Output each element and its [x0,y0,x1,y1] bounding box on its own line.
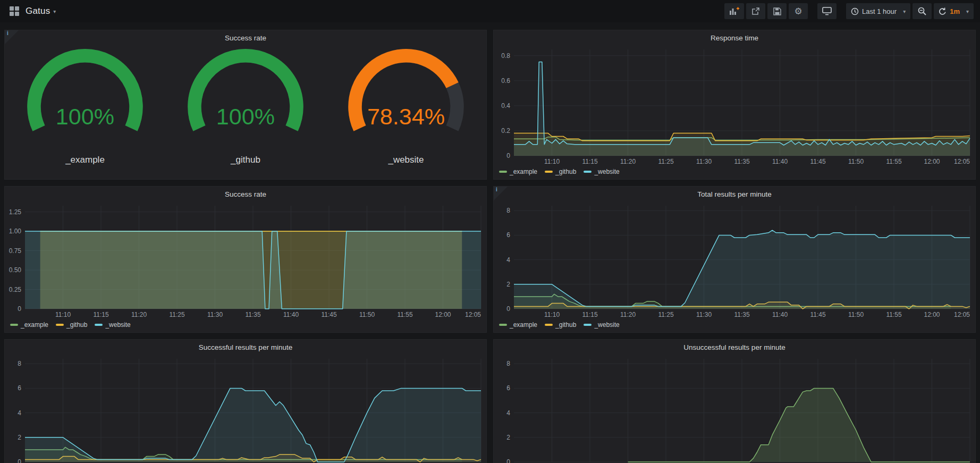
panel-title[interactable]: Successful results per minute [5,340,486,355]
svg-text:0.75: 0.75 [9,247,22,255]
svg-text:11:20: 11:20 [620,311,636,318]
gauge-website: 78.34%_website [326,47,486,165]
add-panel-icon [729,7,739,15]
panel-title[interactable]: Total results per minute [494,187,975,201]
settings-button[interactable]: ⚙ [789,3,808,19]
svg-text:11:40: 11:40 [772,158,788,165]
successful-results-chart[interactable]: 11:1011:1511:2011:2511:3011:3511:4011:45… [5,355,486,463]
refresh-icon [939,7,947,15]
legend-series-marker [10,324,18,326]
svg-text:11:10: 11:10 [55,311,71,318]
panel-response-time: Response time 11:1011:1511:2011:2511:301… [493,30,976,180]
svg-text:12:00: 12:00 [435,311,451,318]
chevron-down-icon: ▾ [903,9,906,14]
svg-text:0.4: 0.4 [501,102,510,110]
panel-title[interactable]: Unsuccessful results per minute [494,340,975,355]
legend-item-github[interactable]: _github [56,321,87,329]
svg-text:0: 0 [18,305,21,313]
legend-item-example[interactable]: _example [499,168,537,175]
svg-text:11:35: 11:35 [734,311,749,318]
legend-series-marker [545,171,553,173]
zoom-out-icon [918,7,926,15]
svg-text:12:00: 12:00 [924,311,940,318]
monitor-icon [822,7,832,15]
response-time-chart[interactable]: 11:1011:1511:2011:2511:3011:3511:4011:45… [494,45,975,166]
panel-title[interactable]: Success rate [5,30,486,45]
legend-item-example[interactable]: _example [499,321,537,329]
refresh-interval-label: 1m [950,7,960,15]
legend-item-website[interactable]: _website [584,321,619,329]
gauge-arc: 100% [5,47,165,151]
svg-text:8: 8 [18,360,21,367]
svg-text:12:05: 12:05 [465,311,481,318]
legend-series-marker [56,324,64,326]
add-panel-button[interactable] [724,3,744,19]
svg-text:0: 0 [506,305,510,313]
legend-item-github[interactable]: _github [545,168,576,175]
svg-text:11:50: 11:50 [848,311,864,318]
panel-title[interactable]: Success rate [5,187,486,201]
legend-series-label: _github [66,321,87,329]
panel-success-rate-series: Success rate 11:1011:1511:2011:2511:3011… [4,186,487,333]
info-corner-icon[interactable]: i [5,30,19,44]
svg-text:12:00: 12:00 [924,158,940,165]
share-button[interactable] [746,3,765,19]
dashboard-grid: i Success rate 100%_example100%_github78… [0,22,980,463]
svg-text:11:40: 11:40 [283,311,299,318]
legend-series-label: _website [594,168,619,175]
legend-series-label: _github [555,321,576,329]
gauge-label: _github [231,155,260,165]
refresh-button[interactable]: 1m ▾ [934,3,974,19]
legend-item-website[interactable]: _website [584,168,619,175]
svg-text:8: 8 [506,207,510,214]
legend-series-label: _website [594,321,619,329]
gauge-value: 78.34% [367,104,445,129]
legend-item-github[interactable]: _github [545,321,576,329]
svg-text:0.8: 0.8 [501,52,510,60]
time-range-picker[interactable]: Last 1 hour ▾ [846,3,910,19]
info-corner-icon[interactable]: i [494,187,508,200]
dashboard-title[interactable]: Gatus [26,6,50,16]
svg-text:1.00: 1.00 [9,228,22,235]
legend-series-marker [499,324,507,326]
svg-text:4: 4 [506,409,510,417]
legend-item-example[interactable]: _example [10,321,48,329]
legend-item-website[interactable]: _website [95,321,130,329]
dashboard-grid-icon[interactable] [10,6,19,16]
svg-text:0: 0 [506,458,510,463]
svg-text:11:35: 11:35 [245,311,260,318]
zoom-out-button[interactable] [913,3,932,19]
legend-series-marker [499,171,507,173]
panel-title[interactable]: Response time [494,30,975,45]
panel-unsuccessful-results: Unsuccessful results per minute 11:1011:… [493,339,976,463]
share-icon [751,7,760,15]
svg-text:11:25: 11:25 [658,311,673,318]
svg-text:11:15: 11:15 [93,311,108,318]
legend-series-marker [95,324,103,326]
svg-text:6: 6 [506,384,510,392]
save-button[interactable] [767,3,787,19]
svg-text:0.6: 0.6 [501,77,510,85]
svg-text:4: 4 [18,409,21,417]
svg-text:11:35: 11:35 [734,158,749,165]
svg-text:11:55: 11:55 [886,158,901,165]
total-results-chart[interactable]: 11:1011:1511:2011:2511:3011:3511:4011:45… [494,201,975,319]
gauge-arc: 78.34% [326,47,486,151]
svg-text:11:40: 11:40 [772,311,788,318]
panel-total-results: i Total results per minute 11:1011:1511:… [493,186,976,333]
time-range-label: Last 1 hour [862,7,897,15]
svg-text:0.2: 0.2 [501,127,510,134]
chevron-down-icon[interactable]: ▾ [53,9,56,14]
navbar: Gatus ▾ ⚙ [0,0,980,22]
cycle-view-button[interactable] [817,3,837,19]
svg-text:11:25: 11:25 [658,158,673,165]
unsuccessful-results-chart[interactable]: 11:1011:1511:2011:2511:3011:3511:4011:45… [494,355,975,463]
svg-text:11:15: 11:15 [582,311,597,318]
svg-text:6: 6 [506,231,510,239]
gear-icon: ⚙ [794,7,802,16]
svg-text:0.50: 0.50 [9,266,22,274]
svg-text:1.25: 1.25 [9,208,22,216]
gauge-value: 100% [216,104,275,129]
legend-series-label: _github [555,168,576,175]
success-rate-chart[interactable]: 11:1011:1511:2011:2511:3011:3511:4011:45… [5,201,486,319]
